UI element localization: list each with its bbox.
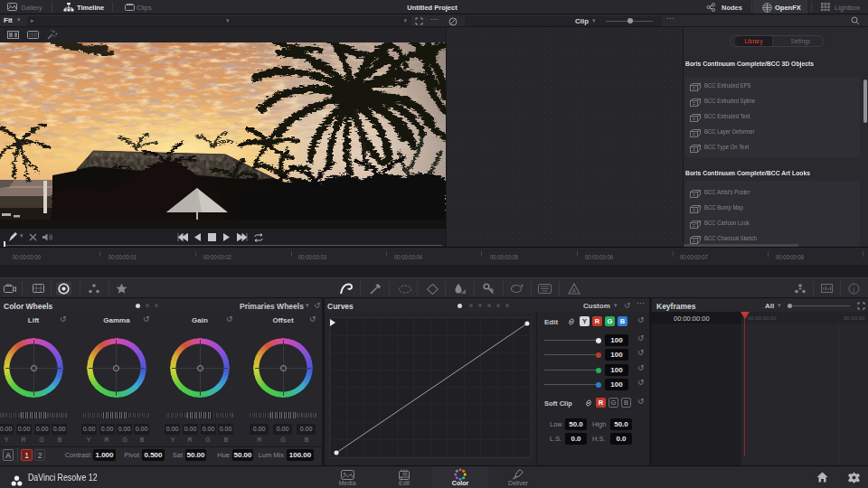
svg-text:A: A	[572, 287, 577, 294]
svg-text:i: i	[853, 286, 854, 294]
